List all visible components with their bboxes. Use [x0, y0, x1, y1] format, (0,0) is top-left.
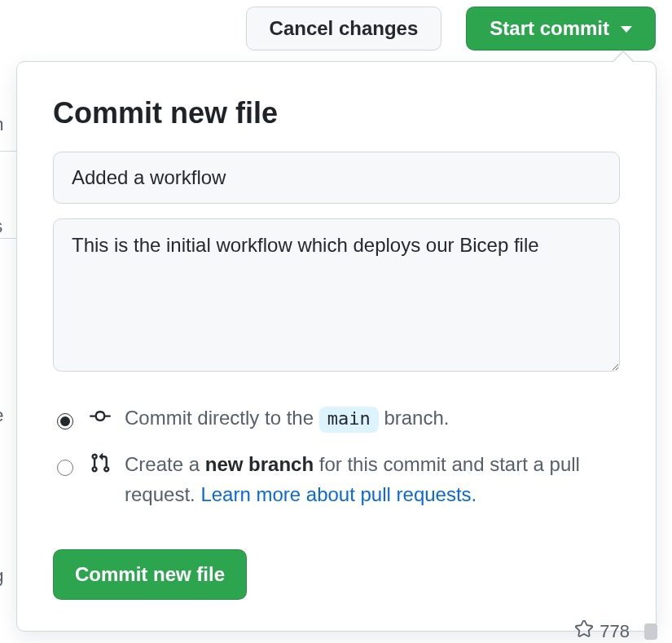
opt-branch-strong: new branch: [205, 453, 314, 475]
commit-target-options: Commit directly to the main branch. Crea…: [53, 403, 620, 510]
start-commit-label: Start commit: [490, 19, 609, 38]
star-count-peek: 778: [575, 620, 657, 643]
bg-frag: on: [0, 114, 3, 135]
start-commit-button[interactable]: Start commit: [466, 7, 656, 51]
branch-chip: main: [319, 407, 379, 433]
commit-dialog-title: Commit new file: [53, 96, 620, 130]
commit-summary-input[interactable]: [53, 152, 620, 204]
caret-down-icon: [621, 26, 632, 33]
commit-new-file-button[interactable]: Commit new file: [53, 549, 247, 600]
bg-frag: oe: [0, 405, 3, 426]
radio-new-branch[interactable]: [57, 460, 73, 476]
git-commit-icon: [89, 403, 112, 427]
cancel-changes-label: Cancel changes: [270, 19, 419, 38]
radio-commit-direct[interactable]: [57, 413, 73, 429]
opt-direct-prefix: Commit directly to the: [125, 407, 314, 429]
option-new-branch[interactable]: Create a new branch for this commit and …: [53, 449, 620, 509]
option-direct-text: Commit directly to the main branch.: [125, 403, 620, 433]
cancel-changes-button[interactable]: Cancel changes: [246, 7, 442, 51]
learn-more-link[interactable]: Learn more about pull requests.: [200, 483, 477, 505]
bg-frag: ns: [0, 216, 2, 237]
opt-branch-prefix: Create a: [125, 453, 200, 475]
scrollbar-stub[interactable]: [644, 623, 657, 640]
bg-frag: ng: [0, 566, 3, 587]
option-commit-direct[interactable]: Commit directly to the main branch.: [53, 403, 620, 438]
option-branch-text: Create a new branch for this commit and …: [125, 449, 620, 509]
git-pull-request-icon: [89, 449, 112, 473]
top-action-bar: Cancel changes Start commit: [0, 7, 656, 51]
star-icon: [575, 620, 593, 643]
opt-direct-suffix: branch.: [384, 407, 449, 429]
commit-new-file-label: Commit new file: [75, 563, 225, 585]
commit-popover: Commit new file This is the initial work…: [16, 61, 657, 632]
star-count: 778: [600, 621, 630, 642]
commit-description-textarea[interactable]: This is the initial workflow which deplo…: [53, 218, 620, 372]
